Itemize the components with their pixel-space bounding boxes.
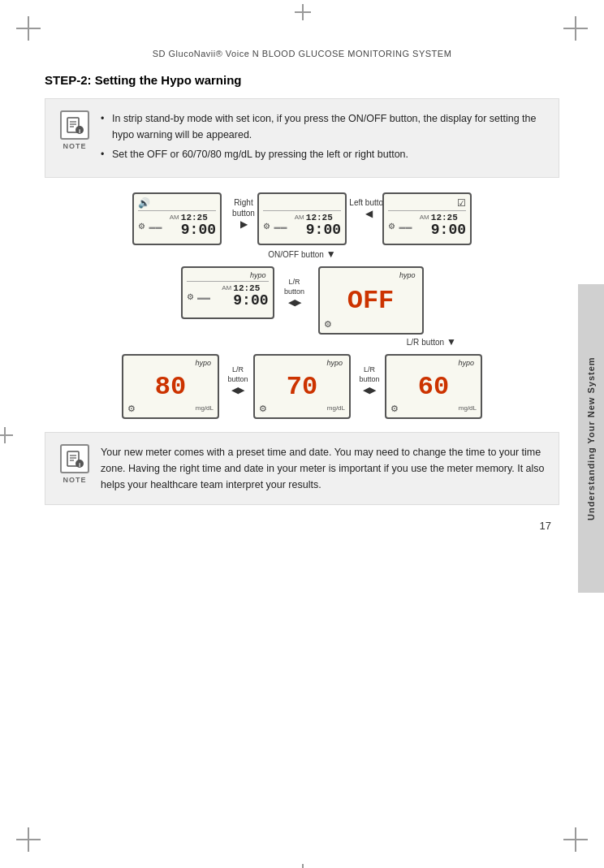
screen-2-icons: ⚙ ▬▬ xyxy=(263,218,287,232)
reg-mark-bl xyxy=(16,827,41,852)
reg-mark-br xyxy=(563,827,588,852)
screen-5-wrapper: hypo OFF ⚙ xyxy=(318,266,424,335)
screen-7-bottom: ⚙ mg/dL xyxy=(259,404,345,414)
screen-1-wrapper: 🔊 ⚙ ▬▬ AM 12:25 9:00 xyxy=(132,192,222,245)
screen-7-hypo: hypo xyxy=(259,359,345,367)
screen-3-wrapper: ☑ ⚙ ▬▬ AM 12:25 9:00 xyxy=(382,192,472,245)
step-title: STEP-2: Setting the Hypo warning xyxy=(45,73,559,87)
note-label-1: NOTE xyxy=(63,142,86,150)
screen-6-wrapper: hypo 80 ⚙ mg/dL L/Rbutton◀▶ xyxy=(122,354,219,419)
lr-down-label: L/R button ▼ xyxy=(180,336,505,348)
screen-4-time: AM 12:25 9:00 xyxy=(222,283,268,308)
screen-8-bottom: ⚙ mg/dL xyxy=(390,404,477,414)
screen-1-icons: ⚙ ▬▬ xyxy=(138,218,162,232)
device-screen-3: ☑ ⚙ ▬▬ AM 12:25 9:00 xyxy=(382,192,472,245)
screen-3-bottom: ⚙ ▬▬ AM 12:25 9:00 xyxy=(388,213,466,237)
svg-text:i: i xyxy=(79,461,80,469)
note-text-1: In strip stand-by mode with set icon, if… xyxy=(101,110,546,166)
note-box-1: i NOTE In strip stand-by mode with set i… xyxy=(45,98,559,178)
screen-3-time: AM 12:25 9:00 xyxy=(420,213,466,237)
lr-button-label-7: L/Rbutton◀▶ xyxy=(352,365,386,396)
page-number: 17 xyxy=(45,520,559,532)
screen-4-wrapper: hypo ⚙ ▬▬ AM 12:25 9:00 xyxy=(181,266,274,319)
row2-container: hypo ⚙ ▬▬ AM 12:25 9:00 xyxy=(99,266,505,335)
screen-5-hypo: hypo xyxy=(324,271,418,279)
note-icon-wrap-2: i NOTE xyxy=(58,444,91,484)
note-icon-wrap-1: i NOTE xyxy=(58,110,91,150)
note-bullet-2: Set the OFF or 60/70/80 mg/dL by pressin… xyxy=(101,146,546,162)
device-screen-7: hypo 70 ⚙ mg/dL xyxy=(253,354,351,419)
device-screen-1: 🔊 ⚙ ▬▬ AM 12:25 9:00 xyxy=(132,192,222,245)
page-content: SD GlucoNavii® Voice N BLOOD GLUCOSE MON… xyxy=(0,0,604,581)
note-box-2: i NOTE Your new meter comes with a prese… xyxy=(45,432,559,505)
note-icon-1: i xyxy=(60,110,89,140)
screen-6-num: 80 xyxy=(127,372,214,402)
onoff-label: ON/OFF button ▼ xyxy=(99,248,505,260)
screen-6-hypo: hypo xyxy=(127,359,214,367)
diagrams-section: 🔊 ⚙ ▬▬ AM 12:25 9:00 xyxy=(45,192,559,419)
screen-1-bottom: ⚙ ▬▬ AM 12:25 9:00 xyxy=(138,213,216,237)
row3-container: hypo 80 ⚙ mg/dL L/Rbutton◀▶ xyxy=(99,354,505,419)
device-screen-2: - ⚙ ▬▬ AM 12:25 9:00 xyxy=(257,192,347,245)
screen-5-gear: ⚙ xyxy=(324,319,418,330)
device-screen-6: hypo 80 ⚙ mg/dL xyxy=(122,354,219,419)
lr-button-label-6: L/Rbutton◀▶ xyxy=(221,365,255,396)
screen-8-hypo: hypo xyxy=(390,359,477,367)
screen-8-num: 60 xyxy=(390,372,477,402)
header-title: SD GlucoNavii® Voice N BLOOD GLUCOSE MON… xyxy=(45,49,559,58)
screen-7-wrapper: hypo 70 ⚙ mg/dL L/Rbutton◀▶ xyxy=(253,354,351,419)
screen-3-top-icon: ☑ xyxy=(388,197,466,209)
screen-2-time: AM 12:25 9:00 xyxy=(295,213,341,237)
device-screen-8: hypo 60 ⚙ mg/dL xyxy=(385,354,482,419)
note-bullet-1: In strip stand-by mode with set icon, if… xyxy=(101,110,546,143)
screen-7-num: 70 xyxy=(259,372,345,402)
screen-2-bottom: ⚙ ▬▬ AM 12:25 9:00 xyxy=(263,213,341,237)
screen-4-icons: ⚙ ▬▬ xyxy=(187,288,210,303)
screen-5-off: OFF xyxy=(324,286,418,316)
devices-grid: 🔊 ⚙ ▬▬ AM 12:25 9:00 xyxy=(99,192,505,419)
screen-6-bottom: ⚙ mg/dL xyxy=(127,404,214,414)
device-screen-4: hypo ⚙ ▬▬ AM 12:25 9:00 xyxy=(181,266,274,319)
note-label-2: NOTE xyxy=(63,476,86,484)
row1-container: 🔊 ⚙ ▬▬ AM 12:25 9:00 xyxy=(99,192,505,245)
screen-8-wrapper: hypo 60 ⚙ mg/dL xyxy=(385,354,482,419)
screen-2-wrapper: - ⚙ ▬▬ AM 12:25 9:00 xyxy=(257,192,347,245)
svg-text:i: i xyxy=(79,127,80,135)
screen-3-icons: ⚙ ▬▬ xyxy=(388,218,412,232)
lr-button-label-4: L/Rbutton◀▶ xyxy=(276,278,313,309)
screen-4-hypo: hypo xyxy=(187,271,269,279)
note-icon-2: i xyxy=(60,444,89,473)
note-text-2: Your new meter comes with a preset time … xyxy=(101,444,546,493)
screen-1-time: AM 12:25 9:00 xyxy=(170,213,216,237)
screen-4-bottom: ⚙ ▬▬ AM 12:25 9:00 xyxy=(187,283,269,308)
device-screen-5: hypo OFF ⚙ xyxy=(318,266,424,335)
screen-1-top-icon: 🔊 xyxy=(138,197,216,209)
